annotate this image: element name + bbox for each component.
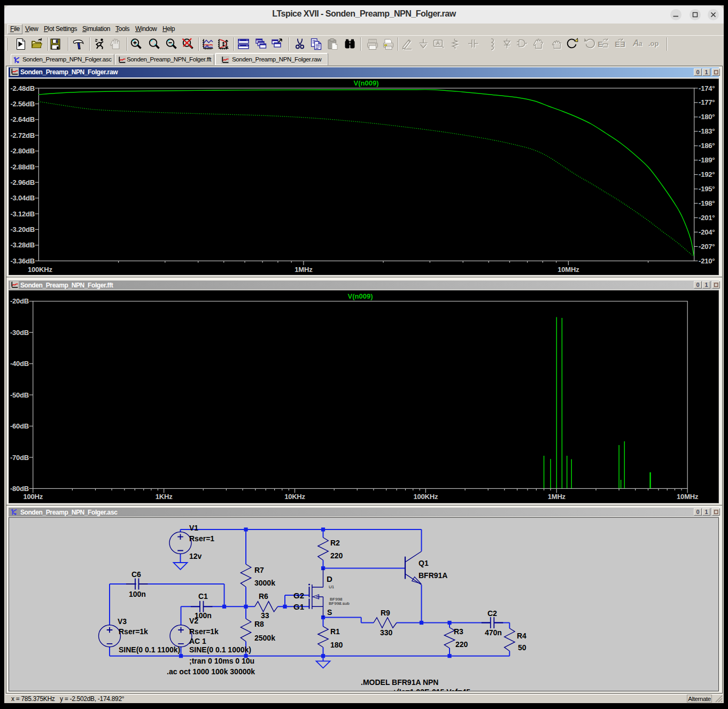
svg-text:BFR91A: BFR91A bbox=[419, 571, 447, 580]
svg-text:10KHz: 10KHz bbox=[284, 493, 305, 501]
svg-text:R2: R2 bbox=[330, 539, 340, 547]
svg-text:C1: C1 bbox=[198, 592, 208, 601]
svg-text:-174°: -174° bbox=[699, 84, 715, 92]
svg-text:-80dB: -80dB bbox=[10, 485, 29, 493]
svg-text:V3: V3 bbox=[118, 617, 127, 626]
svg-text:G1: G1 bbox=[293, 602, 304, 611]
svg-text:+(Is=1.03E-015 Vaf=45: +(Is=1.03E-015 Vaf=45 bbox=[392, 688, 470, 691]
svg-text:-3.28dB: -3.28dB bbox=[10, 241, 35, 249]
svg-text:-30dB: -30dB bbox=[10, 329, 29, 337]
svg-text:S: S bbox=[327, 608, 332, 617]
svg-text:.ac oct 1000 100k 30000k: .ac oct 1000 100k 30000k bbox=[167, 667, 255, 676]
svg-text:.MODEL BFR91A NPN: .MODEL BFR91A NPN bbox=[361, 678, 438, 687]
svg-text:1KHz: 1KHz bbox=[156, 493, 173, 501]
svg-text:-198°: -198° bbox=[699, 199, 715, 207]
svg-text:G2: G2 bbox=[293, 591, 304, 600]
svg-text:-3.12dB: -3.12dB bbox=[10, 210, 35, 218]
svg-text:-183°: -183° bbox=[699, 127, 715, 135]
svg-text:-2.72dB: -2.72dB bbox=[10, 131, 35, 139]
svg-text:SINE(0 0.1 1100k): SINE(0 0.1 1100k) bbox=[119, 645, 180, 654]
svg-text:R8: R8 bbox=[254, 620, 264, 628]
svg-text:-177°: -177° bbox=[699, 98, 715, 106]
svg-text:Ǝ: Ǝ bbox=[620, 40, 625, 49]
svg-text:2500k: 2500k bbox=[254, 634, 275, 642]
svg-text:-20dB: -20dB bbox=[10, 297, 29, 305]
svg-text:-2.80dB: -2.80dB bbox=[10, 147, 35, 155]
svg-text:-40dB: -40dB bbox=[10, 360, 29, 368]
svg-text:V2: V2 bbox=[189, 617, 198, 625]
svg-text:-2.64dB: -2.64dB bbox=[10, 115, 35, 123]
svg-text:-2.56dB: -2.56dB bbox=[10, 100, 35, 108]
svg-text:220: 220 bbox=[330, 551, 343, 560]
svg-text:1MHz: 1MHz bbox=[548, 493, 566, 501]
svg-text:E: E bbox=[598, 40, 603, 49]
svg-text:1MHz: 1MHz bbox=[295, 266, 313, 274]
svg-text:-3.20dB: -3.20dB bbox=[10, 225, 35, 233]
svg-text:-186°: -186° bbox=[699, 142, 715, 150]
svg-text:-192°: -192° bbox=[699, 170, 715, 178]
svg-text:100Hz: 100Hz bbox=[23, 493, 43, 501]
svg-text:-2.88dB: -2.88dB bbox=[10, 163, 35, 171]
svg-text:R4: R4 bbox=[517, 632, 526, 640]
svg-text:180: 180 bbox=[330, 641, 343, 649]
svg-text:R1: R1 bbox=[330, 627, 340, 636]
svg-text:-195°: -195° bbox=[699, 185, 715, 193]
svg-text:Rser=1: Rser=1 bbox=[189, 534, 214, 543]
svg-text:a: a bbox=[639, 40, 642, 48]
svg-text:AC 1: AC 1 bbox=[189, 637, 206, 645]
svg-text:R3: R3 bbox=[454, 627, 463, 636]
svg-text:-3.04dB: -3.04dB bbox=[10, 194, 35, 202]
svg-text:-60dB: -60dB bbox=[10, 422, 29, 430]
svg-text:220: 220 bbox=[455, 640, 468, 649]
svg-text:Rser=1k: Rser=1k bbox=[119, 627, 148, 636]
svg-text:R9: R9 bbox=[381, 609, 390, 617]
svg-text:V(n009): V(n009) bbox=[354, 79, 379, 87]
svg-text:R7: R7 bbox=[254, 566, 264, 574]
svg-text:D: D bbox=[327, 574, 332, 583]
svg-text:-2.48dB: -2.48dB bbox=[10, 84, 35, 92]
svg-text:BF998.sub: BF998.sub bbox=[329, 601, 350, 606]
svg-text:-70dB: -70dB bbox=[10, 454, 29, 462]
svg-text:10MHz: 10MHz bbox=[557, 266, 579, 274]
svg-text:A: A bbox=[632, 38, 639, 48]
svg-text:33: 33 bbox=[261, 611, 269, 620]
svg-text:50: 50 bbox=[518, 643, 526, 652]
svg-text:E: E bbox=[615, 40, 620, 49]
svg-text:-201°: -201° bbox=[699, 214, 715, 222]
svg-text:R6: R6 bbox=[259, 592, 268, 601]
svg-text:100KHz: 100KHz bbox=[28, 266, 52, 274]
svg-text:Rser=1k: Rser=1k bbox=[189, 627, 219, 636]
svg-text:3000k: 3000k bbox=[254, 579, 275, 587]
svg-text:-210°: -210° bbox=[699, 257, 715, 265]
svg-text:V(n009): V(n009) bbox=[348, 292, 373, 300]
svg-text:-207°: -207° bbox=[699, 243, 715, 251]
svg-text:-180°: -180° bbox=[699, 113, 715, 121]
svg-text:-50dB: -50dB bbox=[10, 391, 29, 399]
svg-text:-3.36dB: -3.36dB bbox=[10, 257, 35, 265]
svg-text:C6: C6 bbox=[131, 570, 141, 579]
svg-text:10MHz: 10MHz bbox=[677, 493, 699, 501]
svg-text:470n: 470n bbox=[485, 628, 502, 637]
svg-text:-204°: -204° bbox=[699, 228, 715, 236]
svg-text:-2.96dB: -2.96dB bbox=[10, 178, 35, 186]
svg-text:12v: 12v bbox=[189, 552, 202, 560]
svg-text:Q1: Q1 bbox=[419, 559, 429, 567]
svg-text:.op: .op bbox=[648, 40, 659, 48]
svg-text:C2: C2 bbox=[487, 609, 497, 618]
svg-text:330: 330 bbox=[380, 628, 393, 637]
svg-text:100n: 100n bbox=[129, 590, 146, 598]
svg-text:-189°: -189° bbox=[699, 156, 715, 164]
svg-text:100KHz: 100KHz bbox=[414, 493, 438, 501]
svg-text:U1: U1 bbox=[329, 585, 335, 589]
svg-text:SINE(0 0.1 1000k): SINE(0 0.1 1000k) bbox=[189, 645, 251, 654]
svg-text:V1: V1 bbox=[189, 524, 198, 532]
svg-text:;tran 0 10ms 0 10u: ;tran 0 10ms 0 10u bbox=[189, 657, 254, 665]
